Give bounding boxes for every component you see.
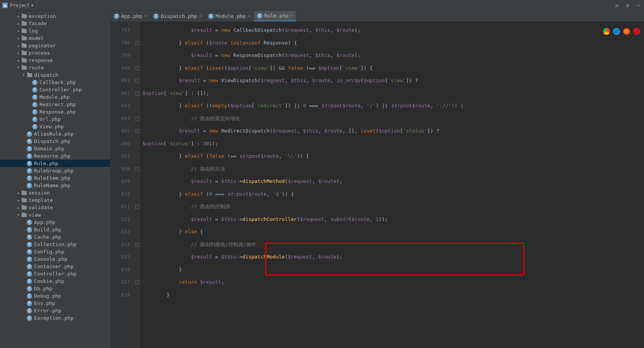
- php-file-icon: C: [27, 146, 32, 152]
- edge-icon[interactable]: [613, 28, 620, 35]
- fold-marker[interactable]: −: [135, 280, 139, 284]
- fold-marker[interactable]: −: [135, 129, 139, 133]
- tree-item-db-php[interactable]: CDb.php: [0, 285, 110, 292]
- editor-tabs: CApp.php×CDispatch.php×CModule.php×CRule…: [111, 11, 644, 22]
- folder-icon: [22, 59, 27, 62]
- tree-item-rulegroup-php[interactable]: CRuleGroup.php: [0, 167, 110, 174]
- php-file-icon: C: [27, 242, 32, 247]
- tree-item-config-php[interactable]: CConfig.php: [0, 248, 110, 255]
- tree-item-dispatch[interactable]: ▶dispatch: [0, 71, 110, 79]
- close-icon[interactable]: ×: [291, 13, 293, 18]
- folder-icon: [22, 36, 27, 40]
- fold-gutter: −−−−−−−−−−: [134, 22, 140, 348]
- php-file-icon: C: [27, 183, 32, 188]
- tree-item-console-php[interactable]: CConsole.php: [0, 255, 110, 263]
- fold-marker[interactable]: −: [135, 117, 139, 121]
- firefox-icon[interactable]: [623, 28, 630, 35]
- tree-item-build-php[interactable]: CBuild.php: [0, 226, 110, 233]
- folder-icon: [22, 66, 27, 70]
- tree-item-container-php[interactable]: CContainer.php: [0, 263, 110, 270]
- tree-item-collection-php[interactable]: CCollection.php: [0, 241, 110, 248]
- tree-item-module-php[interactable]: CModule.php: [0, 93, 110, 101]
- php-file-icon: C: [27, 227, 32, 233]
- close-icon[interactable]: ×: [144, 14, 147, 19]
- folder-icon: [22, 44, 27, 48]
- tree-item-callback-php[interactable]: CCallback.php: [0, 79, 110, 86]
- tree-item-view[interactable]: ▶view: [0, 211, 110, 219]
- tree-item-rulename-php[interactable]: CRuleName.php: [0, 182, 110, 189]
- tree-item-template[interactable]: ▶template: [0, 196, 110, 204]
- opera-icon[interactable]: [633, 28, 640, 35]
- tree-item-dispatch-php[interactable]: CDispatch.php: [0, 138, 110, 145]
- tree-item-log[interactable]: ▶log: [0, 27, 110, 34]
- tree-item-domain-php[interactable]: CDomain.php: [0, 145, 110, 152]
- collapse-icon[interactable]: ─: [635, 2, 642, 9]
- tab-app[interactable]: CApp.php×: [111, 11, 150, 21]
- fold-marker[interactable]: −: [135, 167, 139, 171]
- fold-marker[interactable]: −: [135, 79, 139, 83]
- folder-icon: [22, 191, 27, 195]
- tree-item-route[interactable]: ▶route: [0, 64, 110, 71]
- tree-item-model[interactable]: ▶model: [0, 34, 110, 42]
- close-icon[interactable]: ×: [199, 14, 202, 19]
- php-file-icon: C: [27, 279, 32, 284]
- folder-icon: [22, 22, 27, 26]
- tab-dispatch[interactable]: CDispatch.php×: [150, 11, 205, 21]
- fold-marker[interactable]: −: [135, 91, 139, 96]
- php-file-icon: C: [27, 301, 32, 306]
- tree-item-response-php[interactable]: CResponse.php: [0, 108, 110, 115]
- tree-item-exception[interactable]: ▶exception: [0, 12, 110, 20]
- settings-icon[interactable]: ⇄: [614, 2, 620, 9]
- tree-item-error-php[interactable]: CError.php: [0, 307, 110, 314]
- tree-item-session[interactable]: ▶session: [0, 189, 110, 196]
- tree-item-validate[interactable]: ▶validate: [0, 204, 110, 211]
- tree-item-env-php[interactable]: CEnv.php: [0, 300, 110, 307]
- tree-item-debug-php[interactable]: CDebug.php: [0, 292, 110, 300]
- tree-item-app-php[interactable]: CApp.php: [0, 219, 110, 226]
- php-file-icon: C: [27, 161, 32, 166]
- tree-item-resource-php[interactable]: CResource.php: [0, 152, 110, 160]
- folder-icon: [22, 14, 27, 18]
- php-file-icon: C: [27, 249, 32, 255]
- fold-marker[interactable]: −: [135, 243, 139, 247]
- tree-item-controller-php[interactable]: CController.php: [0, 86, 110, 93]
- tree-item-aliasrule-php[interactable]: CAliasRule.php: [0, 130, 110, 138]
- chevron-down-icon: ▼: [31, 3, 33, 7]
- tree-item-ruleitem-php[interactable]: CRuleItem.php: [0, 174, 110, 182]
- tab-module[interactable]: CModule.php×: [205, 11, 254, 21]
- tab-rule[interactable]: CRule.php×: [254, 11, 296, 21]
- chrome-icon[interactable]: [603, 28, 610, 35]
- project-dropdown[interactable]: Project: [10, 3, 30, 8]
- folder-icon: [22, 29, 27, 33]
- tree-item-cache-php[interactable]: CCache.php: [0, 233, 110, 241]
- php-file-icon: C: [32, 80, 38, 85]
- open-in-browser: [603, 28, 640, 35]
- fold-marker[interactable]: −: [135, 66, 139, 71]
- php-file-icon: C: [32, 102, 38, 107]
- close-icon[interactable]: ×: [248, 14, 250, 19]
- tree-item-paginator[interactable]: ▶paginator: [0, 42, 110, 49]
- php-file-icon: C: [27, 220, 32, 225]
- tree-item-cookie-php[interactable]: CCookie.php: [0, 277, 110, 285]
- editor-area: CApp.php×CDispatch.php×CModule.php×CRule…: [111, 11, 644, 348]
- tree-item-response[interactable]: ▶response: [0, 57, 110, 64]
- folder-icon: [22, 198, 27, 202]
- tree-item-rule-php[interactable]: CRule.php: [0, 160, 110, 167]
- fold-marker[interactable]: −: [135, 205, 139, 209]
- php-file-icon: C: [27, 131, 32, 137]
- tree-item-url-php[interactable]: CUrl.php: [0, 115, 110, 123]
- php-file-icon: C: [208, 14, 214, 19]
- gear-icon[interactable]: ⚙: [625, 2, 631, 9]
- code-content[interactable]: $result = new CallbackDispatch($request,…: [140, 22, 644, 348]
- tree-item-process[interactable]: ▶process: [0, 49, 110, 57]
- php-file-icon: C: [27, 168, 32, 174]
- php-file-icon: C: [257, 13, 262, 19]
- php-file-icon: C: [32, 109, 38, 115]
- tree-item-view-php[interactable]: CView.php: [0, 123, 110, 130]
- tree-item-facade[interactable]: ▶facade: [0, 20, 110, 27]
- fold-marker[interactable]: −: [135, 41, 139, 45]
- tree-item-exception-php[interactable]: CException.php: [0, 314, 110, 322]
- project-icon: ▦: [2, 3, 8, 8]
- tree-item-redirect-php[interactable]: CRedirect.php: [0, 101, 110, 108]
- tree-item-controller-php[interactable]: CController.php: [0, 270, 110, 277]
